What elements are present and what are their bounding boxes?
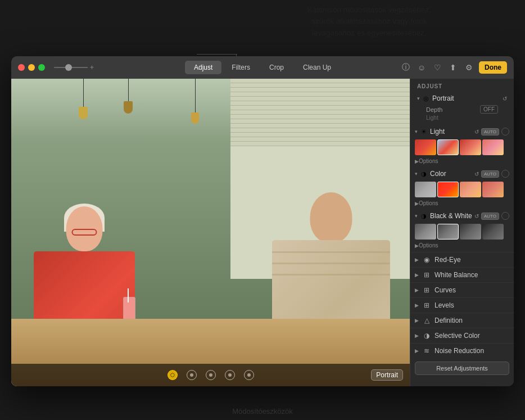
- color-options-row: ▶ Options: [410, 199, 514, 209]
- woman-head: [66, 206, 103, 251]
- light-subtext: Light: [415, 115, 509, 123]
- light-circle-btn[interactable]: [501, 128, 509, 136]
- portrait-reset-icon[interactable]: ↺: [503, 96, 507, 102]
- depth-label: Depth: [426, 106, 476, 113]
- wb-chevron: ▶: [415, 272, 419, 278]
- color-thumb-4[interactable]: [482, 182, 504, 197]
- tooltip-line1: Kattintson módosítások végzéséhez,: [219, 4, 519, 16]
- bw-options-label[interactable]: Options: [419, 242, 438, 249]
- list-item-whitebalance[interactable]: ▶ ⊞ White Balance: [410, 267, 514, 282]
- color-header[interactable]: ▾ ◑ Color ↺ AUTO: [410, 168, 514, 180]
- photo-view-dot-2[interactable]: [187, 370, 197, 380]
- bw-thumb-4[interactable]: [482, 224, 504, 240]
- color-section: ▾ ◑ Color ↺ AUTO ▶: [410, 168, 514, 209]
- bw-thumbnails: [410, 222, 514, 241]
- light-options-label[interactable]: Options: [419, 158, 438, 164]
- bw-reset-icon[interactable]: ↺: [474, 213, 479, 219]
- light-auto-badge[interactable]: AUTO: [481, 128, 499, 136]
- portrait-chevron: ▾: [417, 96, 420, 101]
- bw-thumb-3[interactable]: [460, 224, 481, 240]
- light-header[interactable]: ▾ ☀ Light ↺ AUTO: [410, 125, 514, 138]
- pendant-light-3: [191, 79, 199, 124]
- reset-adjustments-button[interactable]: Reset Adjustments: [415, 362, 509, 375]
- light-thumb-2[interactable]: [437, 139, 459, 155]
- color-thumb-2[interactable]: [437, 182, 459, 197]
- portrait-title: Portrait: [432, 94, 500, 102]
- list-item-curves[interactable]: ▶ ⊞ Curves: [410, 282, 514, 297]
- right-panel: ADJUST ▾ ◎ Portrait ↺ Depth OFF Light: [410, 79, 514, 386]
- bw-thumb-1[interactable]: [415, 224, 436, 240]
- close-button[interactable]: [18, 64, 25, 71]
- photo-view-dot-3[interactable]: [206, 370, 216, 380]
- color-thumb-1[interactable]: [415, 182, 436, 197]
- bw-auto-badge[interactable]: AUTO: [481, 213, 499, 220]
- redeye-icon: ◉: [422, 255, 431, 264]
- emoji-icon[interactable]: ☺: [416, 62, 427, 73]
- light-title: Light: [430, 128, 472, 136]
- curves-label: Curves: [435, 286, 509, 294]
- tab-cleanup[interactable]: Clean Up: [294, 61, 340, 74]
- color-thumb-3[interactable]: [460, 182, 481, 197]
- tooltip-line2: szűrők alkalmazásához vagy fotók: [219, 16, 519, 27]
- light-thumb-1[interactable]: [415, 139, 436, 155]
- list-item-noisereduction[interactable]: ▶ ≋ Noise Reduction: [410, 343, 514, 358]
- maximize-button[interactable]: [38, 64, 45, 71]
- color-chevron: ▾: [415, 171, 418, 177]
- bw-section: ▾ ◑ Black & White ↺ AUTO ▶: [410, 210, 514, 251]
- portrait-row[interactable]: ▾ ◎ Portrait ↺: [415, 93, 509, 104]
- photo-area: ⬡ Portrait: [11, 79, 410, 386]
- info-icon[interactable]: ⓘ: [400, 62, 411, 73]
- tooltip-area: Kattintson módosítások végzéséhez, szűrő…: [219, 4, 519, 39]
- list-item-definition[interactable]: ▶ △ Definition: [410, 313, 514, 328]
- done-button[interactable]: Done: [479, 61, 507, 74]
- tab-adjust[interactable]: Adjust: [185, 61, 221, 74]
- color-options-label[interactable]: Options: [419, 200, 438, 206]
- color-auto-badge[interactable]: AUTO: [481, 170, 499, 178]
- light-options-chevron: ▶: [415, 159, 419, 164]
- light-thumb-4[interactable]: [482, 139, 504, 155]
- photo-view-dot-4[interactable]: [225, 370, 235, 380]
- bw-circle-btn[interactable]: [501, 212, 509, 220]
- photo-placeholder: [11, 79, 410, 386]
- color-title: Color: [430, 170, 472, 178]
- light-thumb-3[interactable]: [460, 139, 481, 155]
- portrait-section: ▾ ◎ Portrait ↺ Depth OFF Light: [410, 93, 514, 125]
- sc-chevron: ▶: [415, 333, 419, 338]
- bottom-label: Módosítóeszközök: [232, 407, 293, 416]
- photo-view-dot-5[interactable]: [244, 370, 254, 380]
- zoom-slider[interactable]: +: [54, 64, 94, 71]
- definition-label: Definition: [435, 317, 509, 324]
- bw-header[interactable]: ▾ ◑ Black & White ↺ AUTO: [410, 210, 514, 222]
- wb-label: White Balance: [435, 271, 509, 279]
- color-reset-icon[interactable]: ↺: [474, 171, 479, 177]
- photo-view-dot-1[interactable]: ⬡: [168, 370, 178, 380]
- traffic-lights: [18, 64, 45, 71]
- heart-icon[interactable]: ♡: [432, 62, 443, 73]
- bw-title: Black & White: [430, 212, 472, 220]
- minimize-button[interactable]: [28, 64, 35, 71]
- titlebar: + Adjust Filters Crop Clean Up ⓘ ☺ ♡ ⬆ ⚙…: [11, 56, 514, 79]
- definition-icon: △: [422, 316, 431, 325]
- main-content: ⬡ Portrait: [11, 79, 514, 386]
- share-icon[interactable]: ⬆: [447, 62, 459, 73]
- color-circle-btn[interactable]: [501, 170, 509, 178]
- light-reset-icon[interactable]: ↺: [474, 129, 479, 135]
- nr-icon: ≋: [422, 346, 431, 355]
- app-container: Kattintson módosítások végzéséhez, szűrő…: [0, 0, 525, 420]
- depth-value: OFF: [480, 105, 498, 114]
- list-item-selectivecolor[interactable]: ▶ ◑ Selective Color: [410, 328, 514, 343]
- zoom-add-icon: +: [90, 64, 94, 71]
- light-chevron: ▾: [415, 129, 418, 134]
- list-item-redeye[interactable]: ▶ ◉ Red-Eye: [410, 252, 514, 267]
- tab-crop[interactable]: Crop: [260, 61, 293, 74]
- portrait-icon: ◎: [422, 94, 430, 102]
- bw-thumb-2[interactable]: [437, 224, 459, 240]
- color-options-chevron: ▶: [415, 201, 419, 206]
- light-section: ▾ ☀ Light ↺ AUTO ▶: [410, 125, 514, 166]
- list-item-levels[interactable]: ▶ ⊞ Levels: [410, 297, 514, 313]
- tab-filters[interactable]: Filters: [223, 61, 259, 74]
- nr-label: Noise Reduction: [435, 347, 509, 355]
- more-icon[interactable]: ⚙: [463, 62, 474, 73]
- definition-chevron: ▶: [415, 318, 419, 323]
- redeye-chevron: ▶: [415, 257, 419, 263]
